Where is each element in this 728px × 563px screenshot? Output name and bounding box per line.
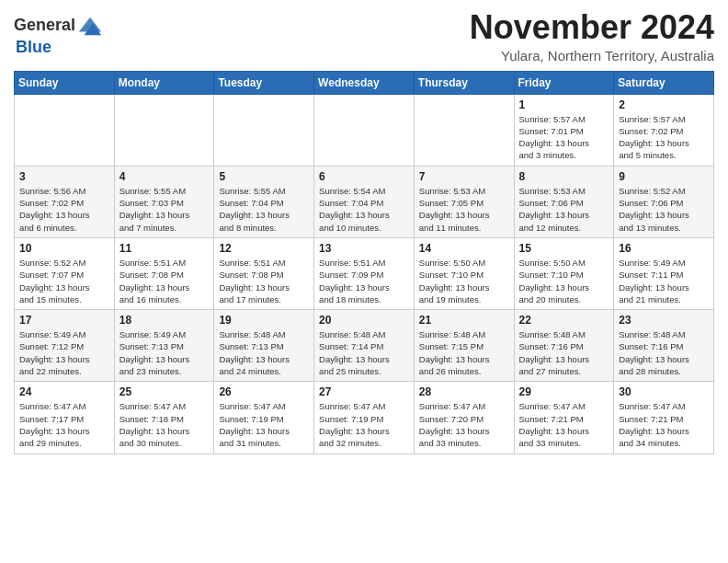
calendar-cell: 2Sunrise: 5:57 AM Sunset: 7:02 PM Daylig… — [614, 94, 714, 166]
calendar-cell: 20Sunrise: 5:48 AM Sunset: 7:14 PM Dayli… — [314, 310, 415, 382]
calendar-cell: 16Sunrise: 5:49 AM Sunset: 7:11 PM Dayli… — [614, 237, 714, 309]
calendar-cell: 19Sunrise: 5:48 AM Sunset: 7:13 PM Dayli… — [214, 310, 314, 382]
day-number: 22 — [519, 314, 609, 327]
calendar-cell: 21Sunrise: 5:48 AM Sunset: 7:15 PM Dayli… — [414, 310, 514, 382]
day-number: 2 — [619, 98, 709, 111]
day-number: 17 — [19, 314, 109, 327]
week-row-4: 17Sunrise: 5:49 AM Sunset: 7:12 PM Dayli… — [15, 310, 714, 382]
day-info: Sunrise: 5:47 AM Sunset: 7:17 PM Dayligh… — [19, 400, 109, 449]
day-info: Sunrise: 5:57 AM Sunset: 7:01 PM Dayligh… — [519, 113, 609, 162]
calendar-cell: 17Sunrise: 5:49 AM Sunset: 7:12 PM Dayli… — [15, 310, 115, 382]
day-info: Sunrise: 5:48 AM Sunset: 7:16 PM Dayligh… — [619, 328, 709, 377]
calendar-cell: 10Sunrise: 5:52 AM Sunset: 7:07 PM Dayli… — [15, 237, 115, 309]
week-row-2: 3Sunrise: 5:56 AM Sunset: 7:02 PM Daylig… — [15, 166, 714, 237]
day-number: 30 — [619, 385, 709, 398]
col-header-thursday: Thursday — [414, 71, 514, 94]
calendar-cell: 5Sunrise: 5:55 AM Sunset: 7:04 PM Daylig… — [214, 166, 314, 237]
calendar-cell: 28Sunrise: 5:47 AM Sunset: 7:20 PM Dayli… — [414, 382, 514, 454]
day-info: Sunrise: 5:48 AM Sunset: 7:15 PM Dayligh… — [419, 328, 509, 377]
calendar-cell: 14Sunrise: 5:50 AM Sunset: 7:10 PM Dayli… — [414, 237, 514, 309]
calendar-cell — [114, 94, 214, 166]
day-info: Sunrise: 5:47 AM Sunset: 7:20 PM Dayligh… — [419, 400, 509, 449]
day-info: Sunrise: 5:55 AM Sunset: 7:03 PM Dayligh… — [119, 185, 210, 234]
day-number: 9 — [619, 170, 709, 183]
calendar-cell: 27Sunrise: 5:47 AM Sunset: 7:19 PM Dayli… — [314, 382, 415, 454]
calendar-header-row: SundayMondayTuesdayWednesdayThursdayFrid… — [15, 71, 714, 94]
day-info: Sunrise: 5:55 AM Sunset: 7:04 PM Dayligh… — [219, 185, 309, 234]
calendar-cell: 15Sunrise: 5:50 AM Sunset: 7:10 PM Dayli… — [514, 237, 614, 309]
title-area: November 2024 Yulara, Northern Territory… — [470, 9, 714, 63]
day-info: Sunrise: 5:52 AM Sunset: 7:07 PM Dayligh… — [19, 257, 109, 305]
calendar-cell: 29Sunrise: 5:47 AM Sunset: 7:21 PM Dayli… — [514, 382, 614, 454]
day-number: 27 — [319, 385, 409, 398]
day-info: Sunrise: 5:48 AM Sunset: 7:16 PM Dayligh… — [519, 328, 609, 377]
month-title: November 2024 — [470, 9, 714, 46]
week-row-1: 1Sunrise: 5:57 AM Sunset: 7:01 PM Daylig… — [15, 94, 714, 166]
day-info: Sunrise: 5:57 AM Sunset: 7:02 PM Dayligh… — [619, 113, 709, 162]
day-number: 11 — [119, 242, 210, 255]
day-number: 4 — [119, 170, 210, 183]
day-info: Sunrise: 5:48 AM Sunset: 7:13 PM Dayligh… — [219, 328, 309, 377]
day-number: 21 — [419, 314, 509, 327]
day-number: 6 — [319, 170, 409, 183]
day-number: 12 — [219, 242, 309, 255]
calendar-cell: 3Sunrise: 5:56 AM Sunset: 7:02 PM Daylig… — [15, 166, 115, 237]
day-info: Sunrise: 5:52 AM Sunset: 7:06 PM Dayligh… — [619, 185, 709, 234]
calendar-cell: 7Sunrise: 5:53 AM Sunset: 7:05 PM Daylig… — [414, 166, 514, 237]
day-info: Sunrise: 5:54 AM Sunset: 7:04 PM Dayligh… — [319, 185, 409, 234]
location-subtitle: Yulara, Northern Territory, Australia — [470, 48, 714, 63]
calendar-cell: 1Sunrise: 5:57 AM Sunset: 7:01 PM Daylig… — [514, 94, 614, 166]
day-number: 29 — [519, 385, 609, 398]
calendar-cell: 9Sunrise: 5:52 AM Sunset: 7:06 PM Daylig… — [614, 166, 714, 237]
logo-general: General — [14, 17, 75, 35]
calendar-cell — [214, 94, 314, 166]
day-number: 1 — [519, 98, 609, 111]
week-row-3: 10Sunrise: 5:52 AM Sunset: 7:07 PM Dayli… — [15, 237, 714, 309]
day-number: 20 — [319, 314, 409, 327]
day-info: Sunrise: 5:47 AM Sunset: 7:18 PM Dayligh… — [119, 400, 210, 449]
day-info: Sunrise: 5:50 AM Sunset: 7:10 PM Dayligh… — [419, 257, 509, 305]
page-header: General Blue November 2024 Yulara, North… — [14, 9, 714, 63]
week-row-5: 24Sunrise: 5:47 AM Sunset: 7:17 PM Dayli… — [15, 382, 714, 454]
day-number: 23 — [619, 314, 709, 327]
day-number: 8 — [519, 170, 609, 183]
day-number: 24 — [19, 385, 109, 398]
calendar-cell: 25Sunrise: 5:47 AM Sunset: 7:18 PM Dayli… — [114, 382, 214, 454]
day-number: 14 — [419, 242, 509, 255]
calendar-cell: 22Sunrise: 5:48 AM Sunset: 7:16 PM Dayli… — [514, 310, 614, 382]
day-info: Sunrise: 5:47 AM Sunset: 7:21 PM Dayligh… — [519, 400, 609, 449]
day-info: Sunrise: 5:48 AM Sunset: 7:14 PM Dayligh… — [319, 328, 409, 377]
calendar-cell: 4Sunrise: 5:55 AM Sunset: 7:03 PM Daylig… — [114, 166, 214, 237]
col-header-tuesday: Tuesday — [214, 71, 314, 94]
logo: General Blue — [14, 13, 103, 57]
day-info: Sunrise: 5:49 AM Sunset: 7:12 PM Dayligh… — [19, 328, 109, 377]
calendar-cell — [314, 94, 415, 166]
day-info: Sunrise: 5:51 AM Sunset: 7:08 PM Dayligh… — [119, 257, 210, 305]
day-number: 13 — [319, 242, 409, 255]
calendar-cell: 8Sunrise: 5:53 AM Sunset: 7:06 PM Daylig… — [514, 166, 614, 237]
calendar-cell: 12Sunrise: 5:51 AM Sunset: 7:08 PM Dayli… — [214, 237, 314, 309]
calendar-cell — [15, 94, 115, 166]
calendar-cell — [414, 94, 514, 166]
calendar-cell: 11Sunrise: 5:51 AM Sunset: 7:08 PM Dayli… — [114, 237, 214, 309]
day-number: 16 — [619, 242, 709, 255]
calendar-cell: 13Sunrise: 5:51 AM Sunset: 7:09 PM Dayli… — [314, 237, 415, 309]
day-number: 7 — [419, 170, 509, 183]
logo-icon — [77, 13, 103, 39]
day-info: Sunrise: 5:47 AM Sunset: 7:19 PM Dayligh… — [319, 400, 409, 449]
day-number: 18 — [119, 314, 210, 327]
day-number: 15 — [519, 242, 609, 255]
calendar-cell: 6Sunrise: 5:54 AM Sunset: 7:04 PM Daylig… — [314, 166, 415, 237]
day-number: 5 — [219, 170, 309, 183]
day-info: Sunrise: 5:51 AM Sunset: 7:08 PM Dayligh… — [219, 257, 309, 305]
day-number: 26 — [219, 385, 309, 398]
day-number: 28 — [419, 385, 509, 398]
logo-blue: Blue — [16, 38, 51, 56]
day-number: 19 — [219, 314, 309, 327]
col-header-wednesday: Wednesday — [314, 71, 415, 94]
day-number: 10 — [19, 242, 109, 255]
col-header-sunday: Sunday — [15, 71, 115, 94]
day-number: 3 — [19, 170, 109, 183]
calendar-cell: 23Sunrise: 5:48 AM Sunset: 7:16 PM Dayli… — [614, 310, 714, 382]
day-number: 25 — [119, 385, 210, 398]
